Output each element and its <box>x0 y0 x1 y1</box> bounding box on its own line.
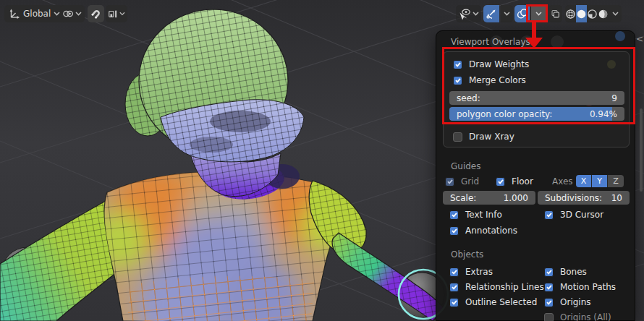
grid-scale-field[interactable]: Scale: 1.000 <box>443 191 535 205</box>
axis-y-toggle[interactable]: Y <box>592 175 608 187</box>
panel-scrollbar[interactable] <box>640 108 643 192</box>
checkbox-checked-icon[interactable] <box>449 210 459 220</box>
eye-cursor-icon <box>458 8 471 20</box>
origins-row[interactable]: Origins <box>544 296 591 308</box>
wireframe-sphere-icon <box>565 9 576 20</box>
origins-label: Origins <box>560 297 591 307</box>
snap-target-button[interactable] <box>106 5 127 22</box>
rendered-sphere-icon <box>598 9 609 20</box>
chevron-down-icon <box>473 12 479 16</box>
gizmo-arrow-icon <box>486 8 497 20</box>
checkbox-checked-icon[interactable] <box>544 298 554 307</box>
checkbox-checked-icon[interactable] <box>496 177 505 187</box>
solid-sphere-icon <box>576 9 587 20</box>
pivot-point-icon <box>62 8 74 20</box>
floor-label: Floor <box>512 176 533 187</box>
shading-mode-group <box>565 5 622 22</box>
extras-row[interactable]: Extras <box>449 266 493 278</box>
axes-toggle-group: X Y Z <box>576 175 624 187</box>
shading-material-button[interactable] <box>587 5 598 22</box>
scale-label: Scale: <box>450 193 476 203</box>
checkbox-unchecked-icon[interactable] <box>453 132 462 142</box>
checkbox-checked-icon[interactable] <box>449 283 459 292</box>
xray-icon <box>551 8 560 20</box>
blender-viewport-window: Global <box>0 0 644 321</box>
extras-label: Extras <box>465 267 493 277</box>
axis-z-toggle[interactable]: Z <box>608 175 624 187</box>
floor-checkbox-row[interactable]: Floor <box>496 176 533 187</box>
gizmo-toggle-button[interactable] <box>483 5 499 22</box>
guides-section-title: Guides <box>451 161 481 171</box>
annotations-label: Annotations <box>465 226 517 236</box>
checkbox-checked-icon[interactable] <box>544 283 554 292</box>
checkbox-unchecked-icon[interactable] <box>544 313 554 321</box>
gizmo-dropdown-button[interactable] <box>501 5 513 22</box>
region-collapse-arrow[interactable]: < <box>636 34 643 44</box>
snap-target-icon <box>108 8 118 20</box>
chevron-down-icon <box>75 12 82 16</box>
cursor-3d-row[interactable]: 3D Cursor <box>544 209 603 221</box>
checkbox-checked-icon[interactable] <box>544 268 554 277</box>
outline-selected-label: Outline Selected <box>465 297 537 307</box>
annotation-arrow-shaft <box>532 22 536 38</box>
grid-label: Grid <box>461 176 479 187</box>
text-info-label: Text Info <box>465 210 502 220</box>
xray-toggle-button[interactable] <box>548 5 562 22</box>
magnet-icon <box>90 8 102 20</box>
grid-subdivisions-field[interactable]: Subdivisions: 10 <box>538 191 630 205</box>
shading-rendered-button[interactable] <box>598 5 609 22</box>
checkbox-checked-icon[interactable] <box>449 268 459 277</box>
axis-x-toggle[interactable]: X <box>576 175 592 187</box>
chevron-down-icon <box>54 12 60 16</box>
orientation-label: Global <box>23 9 51 19</box>
outline-selected-row[interactable]: Outline Selected <box>449 296 537 308</box>
snap-toggle-button[interactable] <box>88 5 104 22</box>
relationship-lines-row[interactable]: Relationship Lines <box>449 281 544 293</box>
ghost-nav-dot <box>615 31 625 41</box>
axes-label: Axes <box>552 176 573 187</box>
visibility-popover-button[interactable] <box>456 5 481 22</box>
grid-checkbox-row[interactable]: Grid <box>445 176 479 187</box>
annotations-row[interactable]: Annotations <box>449 225 517 236</box>
bones-label: Bones <box>560 267 587 277</box>
annotation-box-panel-section <box>442 47 635 124</box>
cursor-3d-label: 3D Cursor <box>560 210 603 220</box>
motion-paths-row[interactable]: Motion Paths <box>544 281 616 293</box>
checkbox-checked-icon[interactable] <box>449 298 459 307</box>
draw-xray-label: Draw Xray <box>469 132 514 142</box>
checkbox-checked-icon[interactable] <box>449 226 459 236</box>
chevron-down-icon <box>612 12 619 16</box>
axes-orientation-icon <box>9 8 20 20</box>
checkbox-checked-muted-icon[interactable] <box>445 177 454 187</box>
origins-all-row[interactable]: Origins (All) <box>544 312 611 321</box>
material-sphere-icon <box>587 9 598 20</box>
text-info-row[interactable]: Text Info <box>449 209 502 221</box>
checkbox-checked-icon[interactable] <box>544 210 554 220</box>
objects-section-title: Objects <box>451 249 483 260</box>
annotation-box-dropdown <box>526 4 548 22</box>
bones-row[interactable]: Bones <box>544 266 587 278</box>
draw-xray-row[interactable]: Draw Xray <box>453 131 514 142</box>
shading-solid-button[interactable] <box>576 5 587 22</box>
popover-title: Viewport Overlays <box>451 37 530 47</box>
chevron-down-icon <box>504 12 510 16</box>
shading-wireframe-button[interactable] <box>565 5 576 22</box>
chevron-down-icon <box>119 12 125 16</box>
scale-value: 1.000 <box>504 193 528 203</box>
subdivisions-label: Subdivisions: <box>545 193 602 203</box>
relationship-lines-label: Relationship Lines <box>465 282 544 292</box>
origins-all-label: Origins (All) <box>560 312 611 321</box>
motion-paths-label: Motion Paths <box>560 282 616 292</box>
subdivisions-value: 10 <box>611 193 622 203</box>
shading-dropdown-button[interactable] <box>609 5 622 22</box>
pivot-point-button[interactable] <box>60 5 85 22</box>
